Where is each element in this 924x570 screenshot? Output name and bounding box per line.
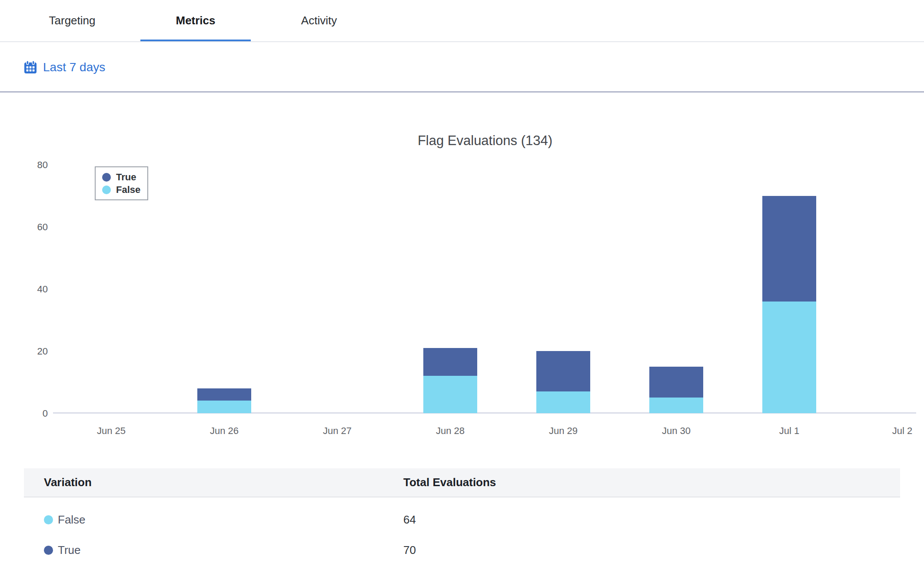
total-evaluations-true: 70 [403, 543, 900, 557]
y-axis-tick-20: 20 [9, 345, 48, 358]
y-axis-tick-60: 60 [9, 221, 48, 234]
bar-jun-29-true [536, 351, 590, 391]
table-header-row: Variation Total Evaluations [24, 468, 900, 497]
x-axis-label-jun-28: Jun 28 [407, 424, 494, 438]
legend-dot-true [102, 173, 111, 182]
legend-dot-false [102, 186, 111, 194]
table-row-true: True70 [24, 535, 900, 565]
bar-jun-26-true [197, 388, 251, 401]
bar-jun-28-true [423, 348, 477, 376]
column-header-total-evaluations: Total Evaluations [403, 476, 900, 489]
column-header-variation: Variation [24, 476, 403, 489]
x-axis-label-jul-2: Jul 2 [859, 424, 924, 438]
x-axis-label-jun-27: Jun 27 [294, 424, 381, 438]
legend-item-true: True [102, 171, 140, 183]
legend-item-false: False [102, 183, 140, 196]
tab-metrics[interactable]: Metrics [140, 0, 251, 41]
variation-cell-true: True [24, 543, 403, 557]
legend-label-false: False [116, 184, 140, 196]
date-filter-row: Last 7 days [0, 43, 924, 93]
x-axis-label-jun-25: Jun 25 [68, 424, 155, 438]
variation-table: Variation Total Evaluations False64True7… [24, 468, 900, 565]
date-range-button[interactable]: Last 7 days [43, 60, 105, 74]
metrics-page: Targeting Metrics Activity Last 7 days [0, 0, 924, 570]
table-body: False64True70 [24, 497, 900, 565]
tab-bar: Targeting Metrics Activity [0, 0, 924, 42]
variation-label-true: True [58, 543, 81, 557]
x-axis-label-jul-1: Jul 1 [746, 424, 833, 438]
variation-dot-false [44, 515, 53, 524]
tab-activity[interactable]: Activity [264, 0, 374, 41]
bar-jun-30-false [649, 398, 703, 413]
chart-title: Flag Evaluations (134) [53, 133, 917, 149]
bar-jun-29-false [536, 391, 590, 413]
legend-label-true: True [116, 172, 136, 183]
y-axis-tick-40: 40 [9, 283, 48, 296]
bar-jun-26-false [197, 401, 251, 413]
chart-legend: TrueFalse [95, 166, 148, 200]
bar-jul-1-false [762, 302, 816, 413]
variation-cell-false: False [24, 513, 403, 527]
bar-jun-28-false [423, 376, 477, 413]
x-axis-label-jun-29: Jun 29 [520, 424, 607, 438]
y-axis-tick-80: 80 [9, 159, 48, 172]
tab-targeting[interactable]: Targeting [17, 0, 127, 41]
bar-jun-30-true [649, 367, 703, 398]
variation-label-false: False [58, 513, 86, 527]
variation-dot-true [44, 546, 53, 555]
bar-jul-1-true [762, 196, 816, 302]
x-axis-label-jun-26: Jun 26 [181, 424, 268, 438]
total-evaluations-false: 64 [403, 513, 900, 527]
calendar-icon[interactable] [23, 60, 37, 74]
table-row-false: False64 [24, 504, 900, 535]
y-axis-tick-0: 0 [9, 407, 48, 420]
x-axis-label-jun-30: Jun 30 [633, 424, 720, 438]
